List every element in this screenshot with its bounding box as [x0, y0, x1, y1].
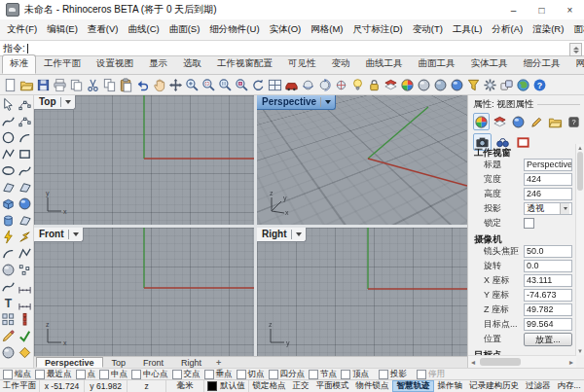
checkbox-icon[interactable] — [341, 370, 350, 379]
osnap-item-7[interactable]: 切点 — [237, 369, 265, 380]
surface-icon[interactable] — [18, 213, 32, 228]
osnap-item-5[interactable]: 交点 — [172, 369, 201, 380]
select-dropdown-icon[interactable] — [560, 203, 569, 214]
points-icon[interactable] — [18, 263, 32, 277]
filter-funnel-icon[interactable] — [466, 78, 481, 92]
vscroll-thumb[interactable] — [577, 152, 583, 191]
pencil-icon[interactable] — [1, 329, 16, 343]
menu-item-10[interactable]: 工具(L) — [448, 20, 488, 39]
checkbox-icon[interactable] — [417, 370, 426, 379]
paste-icon[interactable] — [119, 78, 133, 92]
property-value-input[interactable]: 424 — [524, 173, 572, 186]
viewport-menu-arrow-icon[interactable] — [65, 100, 71, 104]
sphere-gray-icon[interactable] — [1, 263, 16, 277]
panel-tab-pen[interactable] — [529, 113, 545, 130]
menu-item-5[interactable]: 细分物件(U) — [204, 20, 264, 39]
menu-item-11[interactable]: 分析(A) — [488, 20, 529, 39]
zoom-in-icon[interactable] — [185, 78, 200, 92]
osnap-item-4[interactable]: 中心点 — [131, 369, 168, 380]
property-value-input[interactable]: 50.0 — [524, 245, 572, 258]
print-icon[interactable] — [53, 78, 67, 92]
osnap-item-3[interactable]: 中点 — [99, 369, 128, 380]
minimize-button[interactable]: – — [499, 1, 528, 19]
status-cell-5[interactable]: 默认值 — [204, 380, 249, 392]
lightning-icon[interactable] — [1, 230, 16, 244]
toolbar-tab-0[interactable]: 标准 — [2, 54, 36, 74]
hscroll-thumb[interactable] — [480, 358, 521, 366]
panel-tab-layers[interactable] — [492, 113, 508, 130]
zoom-window-icon[interactable] — [201, 78, 216, 92]
viewport-bottom-tab-front[interactable]: Front — [134, 357, 172, 368]
osnap-item-0[interactable]: 端点 — [3, 369, 31, 380]
toolbar-tab-10[interactable]: 实体工具 — [463, 54, 516, 74]
place-camera-button[interactable]: 放置... — [524, 333, 572, 346]
panel-tab-help-dark[interactable]: ? — [566, 113, 582, 130]
sphere-blue-icon[interactable] — [450, 78, 464, 92]
orbit-icon[interactable] — [301, 78, 315, 92]
toolbar-tab-1[interactable]: 工作平面 — [36, 54, 89, 74]
checkbox-icon[interactable] — [269, 370, 278, 379]
four-viewports-icon[interactable] — [268, 78, 282, 92]
hscroll-left-arrow[interactable]: ◂ — [468, 358, 478, 367]
menu-item-13[interactable]: 面板(P) — [568, 20, 584, 39]
help-icon[interactable]: ? — [532, 78, 547, 92]
panel-tab-sphere-blue[interactable] — [510, 113, 527, 130]
spin-view-icon[interactable] — [317, 78, 332, 92]
menu-item-3[interactable]: 曲线(C) — [123, 20, 164, 39]
checkbox-icon[interactable] — [309, 370, 318, 379]
ellipse-tool-icon[interactable] — [1, 163, 16, 178]
panel-vertical-scrollbar[interactable]: ▲ ▼ — [575, 144, 584, 355]
polyline-icon[interactable] — [18, 246, 32, 261]
toolbar-tab-5[interactable]: 工作视窗配置 — [209, 54, 280, 74]
property-value-input[interactable]: 43.111 — [524, 274, 572, 287]
lock-icon[interactable] — [367, 78, 382, 92]
viewport-top[interactable]: yxTop — [34, 95, 254, 225]
property-value-input[interactable]: 0.0 — [524, 260, 572, 272]
checkbox-icon[interactable] — [99, 370, 109, 379]
toolbar-tab-11[interactable]: 细分工具 — [516, 54, 568, 74]
checkbox-icon[interactable] — [76, 370, 86, 379]
toolbar-tab-4[interactable]: 选取 — [175, 54, 209, 74]
restore-view-icon[interactable] — [284, 78, 299, 92]
status-cell-1[interactable]: x -51.724 — [40, 380, 85, 392]
arrow-yellow-icon[interactable] — [18, 230, 32, 244]
cylinder-icon[interactable] — [1, 213, 16, 228]
blocks-icon[interactable] — [1, 312, 16, 327]
viewport-front[interactable]: zxFront — [34, 228, 254, 356]
select-arrow-icon[interactable] — [1, 97, 16, 112]
circle-icon[interactable] — [1, 130, 16, 145]
close-button[interactable]: × — [556, 1, 584, 19]
rotate-view-icon[interactable] — [251, 78, 266, 92]
sphere-ghost-icon[interactable] — [433, 78, 448, 92]
status-cell-2[interactable]: y 61.982 — [85, 380, 128, 392]
surface-icon[interactable] — [18, 180, 32, 195]
status-toggle-8[interactable]: 内存... — [554, 380, 584, 392]
zoom-extents-icon[interactable] — [218, 78, 233, 92]
curve-icon[interactable] — [1, 279, 16, 294]
menu-item-4[interactable]: 曲面(S) — [164, 20, 205, 39]
status-toggle-0[interactable]: 锁定格点 — [249, 380, 289, 392]
polyline-icon[interactable] — [1, 147, 16, 161]
new-viewport-tab-button[interactable]: + — [210, 357, 227, 368]
menu-item-7[interactable]: 网格(M) — [306, 20, 347, 39]
status-toggle-6[interactable]: 记录建构历史 — [465, 380, 522, 392]
cut-icon[interactable] — [86, 78, 100, 92]
osnap-item-2[interactable]: 点 — [76, 369, 96, 380]
check-icon[interactable] — [18, 329, 32, 343]
property-value-input[interactable]: Perspective — [524, 159, 572, 171]
osnap-item-8[interactable]: 四分点 — [269, 369, 306, 380]
box-icon[interactable] — [1, 196, 16, 211]
control-points-icon[interactable] — [18, 114, 32, 128]
status-toggle-7[interactable]: 过滤器 — [522, 380, 554, 392]
menu-item-6[interactable]: 实体(O) — [265, 20, 307, 39]
toolbar-tab-6[interactable]: 可见性 — [280, 54, 324, 74]
sphere-gray-icon[interactable] — [417, 78, 431, 92]
open-folder-icon[interactable] — [19, 78, 34, 92]
checkbox-icon[interactable] — [131, 370, 141, 379]
property-value-input[interactable]: 99.564 — [524, 318, 572, 331]
checkbox-icon[interactable] — [172, 370, 182, 379]
status-cell-0[interactable]: 工作平面 — [0, 380, 40, 392]
toolbar-tab-2[interactable]: 设置视图 — [89, 54, 141, 74]
viewport-label-top[interactable]: Top — [34, 95, 76, 110]
status-cell-4[interactable]: 毫米 — [166, 380, 204, 392]
